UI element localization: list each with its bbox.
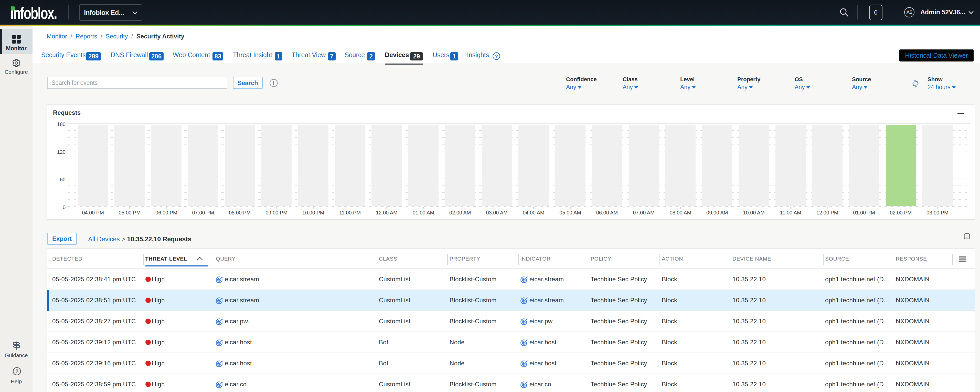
svg-text:i: i [966, 234, 967, 238]
svg-text:?: ? [15, 368, 18, 374]
svg-text:i: i [273, 80, 274, 86]
svg-text:?: ? [495, 54, 498, 59]
